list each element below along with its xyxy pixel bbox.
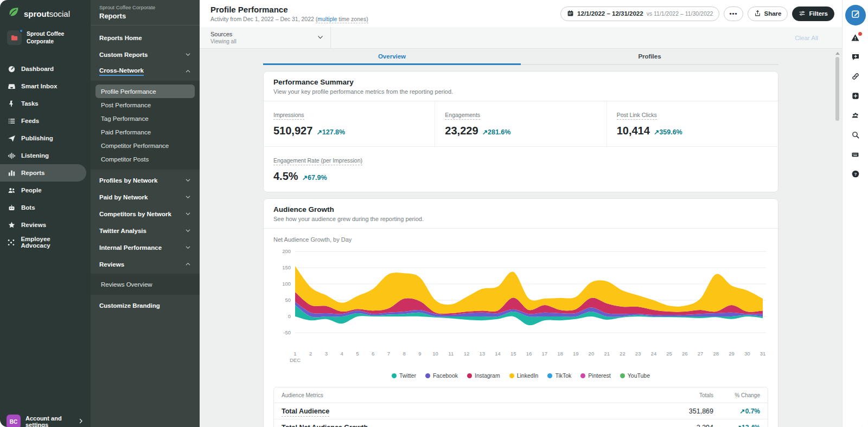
sources-dropdown[interactable]: Sources Viewing all — [200, 27, 331, 48]
reports-nav-item-reviews-overview[interactable]: Reviews Overview — [95, 277, 195, 291]
sidebar-item-publishing[interactable]: Publishing — [0, 130, 86, 147]
listening-icon — [7, 152, 16, 160]
audience-growth-subtitle: See how your audience grew during the re… — [273, 216, 768, 222]
sidebar-item-dashboard[interactable]: Dashboard — [0, 60, 86, 77]
reports-nav-paid-by-network[interactable]: Paid by Network — [91, 189, 200, 205]
plus-square-button[interactable] — [846, 88, 865, 106]
svg-text:25: 25 — [666, 351, 672, 357]
metric-label[interactable]: Impressions — [273, 112, 304, 120]
metric-change: ↗127.8% — [316, 128, 345, 136]
metric-impressions: Impressions510,927↗127.8% — [264, 101, 435, 146]
keyboard-button[interactable] — [846, 146, 865, 165]
timezone-link[interactable]: multiple — [317, 16, 337, 22]
audience-growth-card: Audience Growth See how your audience gr… — [263, 198, 778, 427]
scroll-up-arrow-icon[interactable] — [835, 52, 840, 55]
people-group-button[interactable] — [846, 107, 865, 126]
legend-pinterest[interactable]: Pinterest — [580, 372, 610, 379]
table-row-total-audience[interactable]: Total Audience351,869↗0.7% — [274, 403, 768, 419]
sidebar-item-people[interactable]: People — [0, 182, 86, 199]
search-button[interactable] — [846, 127, 865, 145]
compose-button[interactable] — [845, 5, 866, 25]
audience-growth-chart[interactable]: 200150100500-501234567891011121314151617… — [273, 247, 768, 367]
reports-nav-twitter-analysis[interactable]: Twitter Analysis — [91, 222, 200, 239]
chat-button[interactable] — [846, 49, 865, 67]
svg-text:100: 100 — [282, 281, 291, 287]
reports-nav-item-paid-performance[interactable]: Paid Performance — [95, 125, 195, 139]
help-button[interactable]: ? — [846, 166, 865, 184]
filters-button[interactable]: Filters — [792, 7, 834, 21]
notification-badge — [858, 32, 862, 36]
sidebar-item-reports[interactable]: Reports — [0, 164, 86, 182]
report-scroll-area[interactable]: Overview Profiles Performance Summary Vi… — [200, 49, 842, 427]
reports-nav-competitors-by-network[interactable]: Competitors by Network — [91, 205, 200, 222]
legend-twitter[interactable]: Twitter — [392, 372, 416, 379]
account-settings-button[interactable]: BC Account and settings — [0, 410, 91, 427]
reports-nav-item-competitor-posts[interactable]: Competitor Posts — [95, 152, 195, 166]
advocacy-icon — [7, 238, 15, 247]
sprout-logo[interactable]: sproutsocial — [0, 0, 91, 25]
legend-youtube[interactable]: YouTube — [620, 372, 650, 379]
legend-dot — [425, 373, 430, 378]
svg-text:14: 14 — [495, 351, 501, 357]
svg-text:6: 6 — [372, 351, 374, 357]
metric-label[interactable]: Post Link Clicks — [617, 112, 657, 120]
people-group-icon — [851, 111, 860, 122]
scrollbar-thumb[interactable] — [835, 57, 839, 121]
sidebar-item-employee-advocacy[interactable]: Employee Advocacy — [0, 234, 86, 251]
reports-nav-reviews[interactable]: Reviews — [91, 256, 200, 273]
sidebar-item-tasks[interactable]: Tasks — [0, 95, 86, 112]
tab-overview[interactable]: Overview — [263, 49, 521, 64]
share-button[interactable]: Share — [748, 7, 788, 21]
reports-nav-cross-network[interactable]: Cross-Network — [91, 63, 200, 80]
metrics-row-1: Impressions510,927↗127.8%Engagements23,2… — [264, 101, 778, 146]
sidebar-item-bots[interactable]: Bots — [0, 199, 86, 216]
sidebar-item-feeds[interactable]: Feeds — [0, 112, 86, 130]
legend-facebook[interactable]: Facebook — [425, 372, 458, 379]
alert-button[interactable] — [846, 29, 865, 48]
reports-nav-item-post-performance[interactable]: Post Performance — [95, 98, 195, 112]
date-range-button[interactable]: 12/1/2022 – 12/31/2022 vs 11/1/2022 – 11… — [560, 7, 719, 21]
reports-nav-internal-performance[interactable]: Internal Performance — [91, 239, 200, 256]
reports-nav-item-tag-performance[interactable]: Tag Performance — [95, 112, 195, 125]
tab-profiles[interactable]: Profiles — [521, 49, 778, 64]
chevron-down-icon — [185, 244, 191, 250]
metric-change: ↗359.6% — [654, 128, 682, 136]
vertical-scrollbar[interactable] — [835, 52, 840, 121]
reports-nav-item-competitor-performance[interactable]: Competitor Performance — [95, 139, 195, 152]
reports-nav-group-reviews: Reviews Overview — [91, 274, 200, 295]
page-subtitle: Activity from Dec 1, 2022 – Dec 31, 2022… — [210, 16, 368, 22]
metric-label[interactable]: Engagements — [445, 112, 480, 120]
svg-text:30: 30 — [744, 351, 750, 357]
reports-nav-profiles-by-network[interactable]: Profiles by Network — [91, 172, 200, 189]
metric-engagement-rate-per-impression-: Engagement Rate (per Impression)4.5%↗67.… — [264, 147, 778, 192]
more-options-button[interactable]: ••• — [724, 7, 743, 21]
account-settings-label: Account and settings — [25, 415, 73, 427]
legend-linkedin[interactable]: LinkedIn — [509, 372, 539, 379]
legend-tiktok[interactable]: TikTok — [547, 372, 571, 379]
svg-text:50: 50 — [285, 297, 291, 303]
sidebar-item-reviews[interactable]: Reviews — [0, 216, 86, 234]
report-tabs: Overview Profiles — [263, 49, 778, 65]
sidebar-item-label: Bots — [21, 204, 35, 211]
metric-label[interactable]: Engagement Rate (per Impression) — [273, 157, 362, 165]
sidebar-item-listening[interactable]: Listening — [0, 147, 86, 164]
svg-text:23: 23 — [635, 351, 641, 357]
link-button[interactable] — [846, 68, 865, 87]
clear-all-button[interactable]: Clear All — [795, 35, 842, 41]
sidebar-item-smart-inbox[interactable]: Smart Inbox — [0, 77, 86, 95]
reports-nav-item-profile-performance[interactable]: Profile Performance — [95, 85, 195, 98]
legend-instagram[interactable]: Instagram — [467, 372, 500, 379]
reports-nav-reports-home[interactable]: Reports Home — [91, 29, 200, 46]
reports-nav-custom-reports[interactable]: Custom Reports — [91, 46, 200, 63]
primary-nav: DashboardSmart InboxTasksFeedsPublishing… — [0, 51, 91, 251]
reports-nav-customize-branding[interactable]: Customize Branding — [91, 297, 200, 314]
trend-up-icon: ↗ — [654, 128, 659, 136]
account-switcher[interactable]: Sprout Coffee Corporate — [0, 25, 91, 51]
table-row-total-net-audience-growth[interactable]: Total Net Audience Growth2,394↗12.4% — [274, 419, 768, 427]
help-icon: ? — [851, 170, 860, 180]
sidebar-item-label: Tasks — [21, 100, 39, 107]
svg-text:8: 8 — [403, 351, 405, 357]
svg-text:10: 10 — [432, 351, 438, 357]
svg-text:13: 13 — [480, 351, 486, 357]
sources-label: Sources — [210, 31, 237, 37]
